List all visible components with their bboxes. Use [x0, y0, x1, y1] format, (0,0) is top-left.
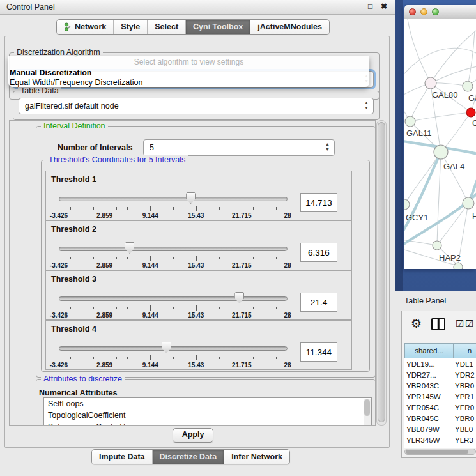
slider-thumb[interactable] [162, 342, 171, 353]
table-data-groupbox: Table Data galFiltered.sif default node … [13, 91, 380, 120]
network-node-partial[interactable] [454, 263, 463, 269]
tab-impute-data[interactable]: Impute Data [92, 450, 153, 464]
slider-ticks [59, 355, 288, 361]
table-row[interactable]: YER054CYER0 [404, 402, 476, 413]
threshold-slider-2[interactable]: -3.4262.8599.14415.4321.71528 [59, 240, 288, 268]
num-intervals-label: Number of Intervals [58, 143, 132, 152]
threshold-slider-1[interactable]: -3.4262.8599.14415.4321.71528 [59, 190, 288, 219]
table-row[interactable]: YPR145WYPR1 [404, 391, 476, 402]
num-intervals-combobox[interactable]: 5 ▲▼ [143, 139, 335, 156]
tab-jactivemnodules[interactable]: jActiveMNodules [250, 20, 329, 34]
threshold-label: Threshold 2 [51, 225, 96, 234]
gear-icon[interactable]: ⚙ [411, 317, 422, 331]
checkbox-icon[interactable]: ☑ [456, 319, 464, 328]
tab-network[interactable]: Network [57, 20, 114, 34]
top-tab-bar: Network Style Select Cyni Toolbox jActiv… [56, 19, 330, 35]
network-node-label: H [472, 211, 476, 221]
slider-tick-labels: -3.4262.8599.14415.4321.71528 [59, 262, 288, 269]
network-node-label: HAP2 [439, 253, 461, 263]
stepper-icon: ▲▼ [325, 142, 330, 152]
dropdown-option-equal-width[interactable]: Equal Width/Frequency Discretization [8, 78, 369, 88]
dropdown-hint: Select algorithm to view settings [8, 56, 369, 68]
tab-discretize-data[interactable]: Discretize Data [153, 450, 225, 464]
threshold-value-field[interactable] [300, 193, 337, 212]
threshold-panel-2: Threshold 2 -3.4262.8599.14415.4321.7152… [45, 220, 352, 270]
threshold-slider-4[interactable]: -3.4262.8599.14415.4321.71528 [59, 340, 288, 368]
threshold-slider-3[interactable]: -3.4262.8599.14415.4321.71528 [59, 290, 288, 318]
checkbox-icon[interactable]: ☑ [465, 319, 473, 328]
list-item[interactable]: SelfLoops [44, 398, 371, 410]
tab-style[interactable]: Style [114, 20, 148, 34]
dropdown-option-manual[interactable]: Manual Discretization [8, 68, 369, 78]
network-canvas[interactable]: GAL80 GA C GAL11 GAL4 GCY1 H HAP2 [404, 19, 476, 269]
column-header-shared-name[interactable]: shared... [404, 343, 453, 358]
scrollbar-thumb[interactable] [406, 450, 468, 454]
split-pane-icon[interactable] [431, 318, 445, 330]
table-panel-toolbar: ⚙ ☑ ☑ [402, 311, 476, 342]
slider-thumb[interactable] [125, 242, 134, 254]
list-scrollbar[interactable] [364, 399, 371, 426]
list-item[interactable]: TopologicalCoefficient [44, 410, 371, 421]
threshold-value-field[interactable] [300, 342, 337, 362]
threshold-value-field[interactable] [300, 243, 337, 262]
slider-thumb[interactable] [186, 192, 196, 204]
network-node-label: GA [468, 93, 476, 103]
table-row[interactable]: YBR045CYBR0 [404, 413, 476, 424]
network-node-label: GCY1 [406, 213, 428, 222]
tab-infer-network[interactable]: Infer Network [224, 450, 289, 464]
network-node-label: GAL11 [406, 128, 432, 138]
table-row[interactable]: YLR345WYLR3 [404, 434, 476, 445]
interval-definition-groupbox: Interval Definition Number of Intervals … [36, 126, 376, 378]
table-row[interactable]: YBR043CYBR0 [404, 380, 476, 391]
network-node-h[interactable] [463, 197, 474, 209]
network-node-selected-red[interactable] [466, 108, 475, 117]
network-node-gcy1[interactable] [404, 199, 410, 210]
network-node-hap2[interactable] [433, 241, 441, 250]
network-node-label: GAL4 [443, 162, 464, 171]
table-row[interactable]: YDL19...YDL1 [404, 358, 476, 369]
scrollbar-thumb[interactable] [378, 122, 385, 422]
close-traffic-light[interactable] [409, 8, 416, 15]
column-header-name[interactable]: n [453, 343, 476, 358]
slider-tick-labels: -3.4262.8599.14415.4321.71528 [59, 362, 288, 369]
tab-cyni-toolbox[interactable]: Cyni Toolbox [186, 20, 250, 34]
list-item[interactable]: BetweennessCentrality [44, 421, 371, 426]
threshold-panel-1: Threshold 1 -3.4262.8599.14415.4321.7152… [45, 171, 352, 220]
slider-track[interactable] [59, 296, 288, 301]
network-node-gal11[interactable] [405, 116, 415, 127]
table-row[interactable]: YBL079WYBL0 [404, 424, 476, 434]
table-row[interactable]: YIL052CYIL0 [404, 445, 476, 448]
table-body: YDL19...YDL1 YDR27...YDR2 YBR043CYBR0 YP… [404, 358, 476, 448]
slider-thumb[interactable] [234, 292, 244, 303]
float-window-icon[interactable]: □ [368, 2, 372, 11]
table-header-row: shared... n [404, 343, 476, 358]
slider-track[interactable] [59, 346, 288, 351]
slider-track[interactable] [59, 197, 288, 201]
tab-select[interactable]: Select [148, 20, 186, 34]
threshold-panel-3: Threshold 3 -3.4262.8599.14415.4321.7152… [45, 270, 352, 320]
network-node-gal4[interactable] [434, 145, 448, 159]
thresholds-group-title: Threshold's Coordinates for 5 Intervals [46, 155, 188, 165]
table-data-combobox[interactable]: galFiltered.sif default node ▲▼ [19, 98, 374, 114]
slider-tick-labels: -3.4262.8599.14415.4321.71528 [59, 212, 288, 219]
close-icon[interactable]: ✖ [381, 2, 387, 11]
apply-button[interactable]: Apply [173, 428, 213, 443]
tab-network-label: Network [75, 22, 106, 31]
table-panel-titlebar: Table Panel [395, 291, 476, 311]
attributes-list[interactable]: SelfLoops TopologicalCoefficient Between… [43, 397, 372, 426]
table-horizontal-scrollbar[interactable] [404, 449, 476, 455]
table-row[interactable]: YDR27...YDR2 [404, 369, 476, 380]
minimize-traffic-light[interactable] [420, 8, 427, 15]
threshold-label: Threshold 3 [51, 275, 96, 284]
slider-ticks [59, 206, 288, 211]
zoom-traffic-light[interactable] [432, 8, 439, 15]
threshold-label: Threshold 4 [51, 325, 96, 334]
slider-track[interactable] [59, 247, 288, 251]
thresholds-groupbox: Threshold's Coordinates for 5 Intervals … [41, 160, 370, 372]
network-node-gal80[interactable] [425, 77, 436, 89]
network-node-ga[interactable] [463, 81, 473, 91]
settings-scrollbar[interactable] [376, 120, 387, 426]
network-window-titlebar[interactable] [404, 5, 476, 19]
threshold-value-field[interactable] [300, 293, 337, 312]
interval-group-title: Interval Definition [41, 121, 108, 131]
